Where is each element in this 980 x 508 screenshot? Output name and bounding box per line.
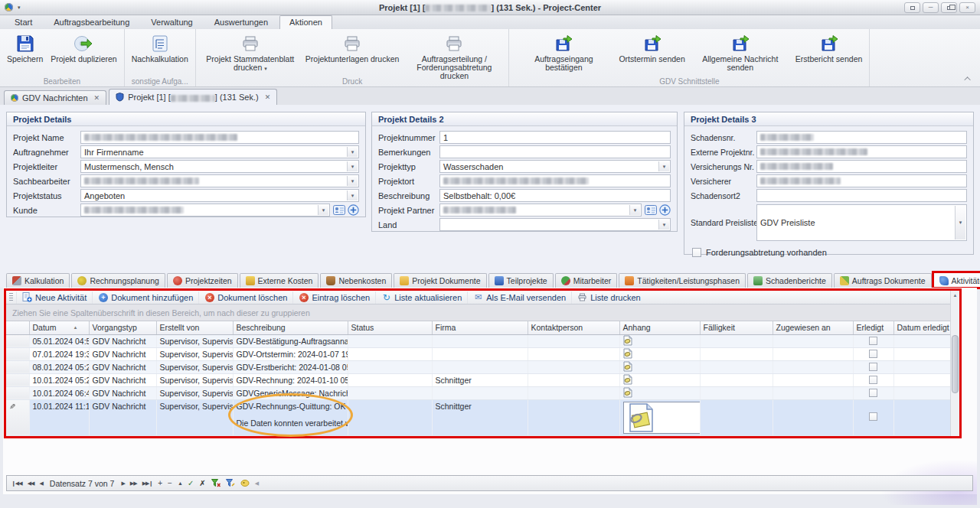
forderungsabtretung-checkbox[interactable]	[692, 248, 701, 257]
cell-erstellt-von[interactable]: Supervisor, Supervisor	[156, 360, 233, 373]
col-header-erstellt-von[interactable]: Erstellt von	[156, 321, 233, 334]
erledigt-checkbox[interactable]	[869, 337, 877, 345]
cell-vorgangstyp[interactable]: GDV Nachricht	[89, 347, 156, 360]
cell-faelligkeit[interactable]	[700, 386, 773, 399]
tab-teilprojekte[interactable]: Teilprojekte	[488, 273, 554, 288]
auftragseingang-bestaetigen-button[interactable]: Auftragseingang bestätigen	[512, 31, 615, 73]
tab-rechnungsplanung[interactable]: Rechnungsplanung	[71, 273, 165, 288]
col-header-status[interactable]: Status	[348, 321, 432, 334]
liste-aktualisieren-button[interactable]: ↻ Liste aktualisieren	[375, 291, 467, 304]
ribbon-tab-verwaltung[interactable]: Verwaltung	[141, 15, 202, 29]
last-record-button[interactable]: ▶▶❙	[142, 480, 153, 487]
erstbericht-senden-button[interactable]: Erstbericht senden	[792, 31, 867, 65]
close-tab-icon[interactable]: ✕	[265, 93, 271, 101]
cell-zugewiesen-an[interactable]	[773, 334, 853, 347]
cell-beschreibung[interactable]: GDV-Rechnung: 2024-01-10 05:23:2	[233, 373, 348, 386]
cell-datum-erledigt[interactable]	[893, 360, 950, 373]
col-header-firma[interactable]: Firma	[432, 321, 528, 334]
dropdown-caret-icon[interactable]: ▾	[658, 220, 669, 230]
cell-firma[interactable]	[432, 347, 528, 360]
grid-vertical-scrollbar[interactable]: ▲	[950, 291, 959, 436]
tab-nebenkosten[interactable]: Nebenkosten	[320, 273, 392, 288]
versicherungs-nr-input[interactable]	[756, 160, 967, 173]
col-header-zugewiesen-an[interactable]: Zugewiesen an	[773, 321, 853, 334]
cell-datum-erledigt[interactable]	[893, 334, 950, 347]
dropdown-caret-icon[interactable]: ▾	[347, 190, 358, 200]
stammdatenblatt-drucken-button[interactable]: Projekt Stammdatenblatt drucken ▾	[199, 31, 302, 74]
projektnummer-input[interactable]: 1	[439, 131, 671, 144]
cell-firma[interactable]	[432, 386, 528, 399]
cell-erstellt-von[interactable]: Supervisor, Supervisor	[156, 334, 233, 347]
contact-card-icon[interactable]	[645, 205, 657, 215]
cell-beschreibung[interactable]: GDVGenericMessage: Nachrichtentex	[233, 386, 348, 399]
cell-datum[interactable]: 10.01.2024 05:23	[29, 373, 89, 386]
close-button[interactable]: ×	[959, 2, 975, 13]
table-row-selected[interactable]: ✎ 10.01.2024 11:13 GDV Nachricht Supervi…	[6, 399, 950, 435]
close-tab-icon[interactable]: ✕	[94, 94, 100, 102]
cell-status[interactable]	[348, 360, 432, 373]
cell-faelligkeit[interactable]	[700, 360, 773, 373]
cell-anhang[interactable]	[619, 347, 700, 360]
cell-zugewiesen-an[interactable]	[773, 386, 853, 399]
tab-projektzeiten[interactable]: Projektzeiten	[167, 273, 238, 288]
minimize-button[interactable]: ─	[923, 2, 939, 13]
tab-externe-kosten[interactable]: Externe Kosten	[240, 273, 319, 288]
cell-erstellt-von[interactable]: Supervisor, Supervisor	[156, 399, 233, 435]
projektunterlagen-drucken-button[interactable]: Projektunterlagen drucken	[302, 31, 403, 65]
nachkalkulation-button[interactable]: Nachkalkulation	[128, 31, 192, 65]
cell-anhang[interactable]	[619, 360, 700, 373]
erledigt-checkbox[interactable]	[869, 363, 877, 371]
cell-beschreibung[interactable]: GDV-Erstbericht: 2024-01-08 05:21:	[233, 360, 348, 373]
col-header-erledigt[interactable]: Erledigt	[853, 321, 893, 334]
ribbon-tab-start[interactable]: Start	[5, 15, 42, 29]
dropdown-caret-icon[interactable]: ▾	[347, 176, 358, 186]
cell-datum[interactable]: 10.01.2024 11:13	[29, 399, 89, 435]
cell-beschreibung[interactable]: GDV-Bestätigung-Auftragsannahme:	[233, 334, 348, 347]
cell-faelligkeit[interactable]	[700, 373, 773, 386]
cell-firma[interactable]: Schnittger	[432, 373, 528, 386]
ortstermin-senden-button[interactable]: Ortstermin senden	[615, 31, 688, 65]
append-record-button[interactable]: +	[158, 479, 162, 487]
tab-projekt-dokumente[interactable]: Projekt Dokumente	[394, 273, 486, 288]
col-header-datum-erledigt[interactable]: Datum erledigt	[893, 321, 950, 334]
auftragserteilung-drucken-button[interactable]: Auftragserteilung / Forderungsabtretung …	[403, 31, 505, 82]
col-header-kontaktperson[interactable]: Kontaktperson	[528, 321, 619, 334]
projektleiter-combo[interactable]: Mustermensch, Mensch▾	[80, 160, 359, 173]
cell-faelligkeit[interactable]	[700, 347, 773, 360]
ribbon-tab-auswertungen[interactable]: Auswertungen	[204, 15, 278, 29]
cell-status[interactable]	[348, 334, 432, 347]
doc-tab-projekt[interactable]: Projekt [1] [] (131 Sek.) ✕	[109, 89, 277, 105]
cell-zugewiesen-an[interactable]	[773, 399, 853, 435]
auftragnehmer-combo[interactable]: Ihr Firmenname▾	[80, 145, 359, 158]
cell-status[interactable]	[348, 399, 432, 435]
cell-status[interactable]	[348, 347, 432, 360]
cell-vorgangstyp[interactable]: GDV Nachricht	[89, 373, 156, 386]
land-combo[interactable]: ▾	[439, 218, 671, 231]
cell-status[interactable]	[348, 386, 432, 399]
cell-status[interactable]	[348, 373, 432, 386]
dropdown-caret-icon[interactable]: ▾	[318, 205, 328, 215]
cell-erledigt[interactable]	[853, 399, 893, 435]
col-header-beschreibung[interactable]: Beschreibung	[233, 321, 348, 334]
liste-drucken-button[interactable]: Liste drucken	[571, 291, 645, 304]
cell-vorgangstyp[interactable]: GDV Nachricht	[89, 360, 156, 373]
cell-beschreibung[interactable]: GDV-Rechnungs-Quittung: OK Die Daten kon…	[233, 399, 348, 435]
dropdown-caret-icon[interactable]: ▾	[629, 205, 640, 215]
clear-filter-icon[interactable]	[211, 479, 220, 487]
first-record-button[interactable]: ❙◀◀	[11, 480, 22, 487]
tab-kalkulation[interactable]: Kalkulation	[6, 273, 70, 288]
cell-firma[interactable]: Schnittger	[432, 399, 528, 435]
cell-erstellt-von[interactable]: Supervisor, Supervisor	[156, 347, 233, 360]
end-edit-button[interactable]: ✓	[188, 479, 194, 487]
edit-record-button[interactable]: ▲	[178, 480, 182, 486]
dropdown-caret-icon[interactable]: ▾	[658, 161, 669, 171]
projekt-partner-combo[interactable]: ▾	[439, 204, 642, 217]
cell-beschreibung[interactable]: GDV-Ortstermin: 2024-01-07 19:38:	[233, 347, 348, 360]
cell-datum-erledigt[interactable]	[893, 399, 950, 435]
table-row[interactable]: 10.01.2024 05:23 GDV Nachricht Superviso…	[6, 373, 950, 386]
projektort-input[interactable]	[439, 174, 671, 187]
cell-anhang[interactable]	[619, 334, 700, 347]
erledigt-checkbox[interactable]	[869, 389, 877, 397]
cell-kontaktperson[interactable]	[528, 373, 619, 386]
cell-erledigt[interactable]	[853, 347, 893, 360]
